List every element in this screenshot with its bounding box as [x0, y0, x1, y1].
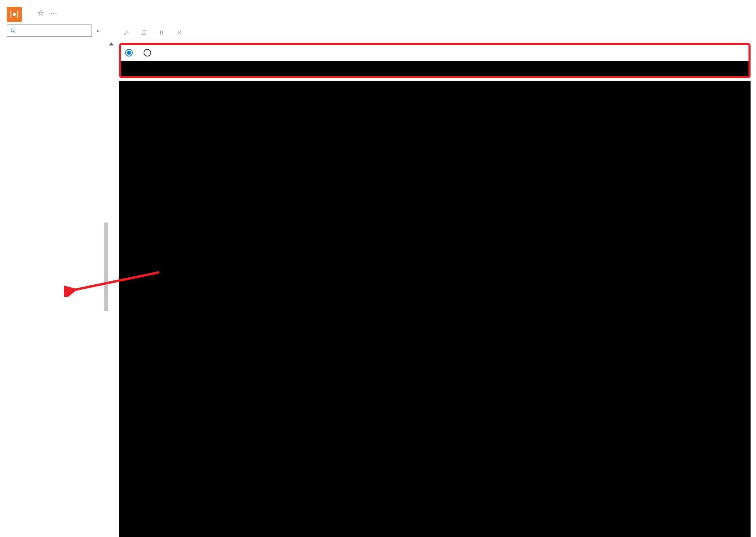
svg-marker-3 [109, 43, 114, 46]
svg-point-0 [13, 13, 16, 16]
svg-line-2 [14, 32, 15, 33]
radio-unchecked-icon [144, 49, 151, 56]
copy-icon [141, 30, 147, 36]
search-icon [11, 28, 15, 33]
favorite-button[interactable]: ☆ [37, 9, 44, 18]
radio-application-logs[interactable] [125, 49, 136, 56]
page-header: ☆ ··· [0, 0, 756, 25]
log-output [121, 61, 749, 76]
radio-web-server-logs[interactable] [144, 49, 154, 56]
pause-button[interactable] [159, 30, 167, 36]
main-area [108, 25, 756, 537]
sidebar-scrollbar[interactable] [104, 223, 108, 311]
toolbar [119, 25, 751, 41]
more-actions-button[interactable]: ··· [50, 10, 57, 17]
radio-checked-icon [125, 49, 133, 56]
svg-rect-6 [160, 31, 161, 35]
webapp-icon [7, 7, 22, 22]
copy-button[interactable] [141, 30, 150, 36]
sidebar: « [7, 25, 108, 537]
highlight-frame [119, 43, 751, 78]
search-input[interactable] [7, 25, 92, 37]
svg-rect-7 [162, 31, 163, 35]
pause-icon [159, 30, 165, 36]
close-icon [176, 30, 182, 36]
svg-point-1 [11, 29, 14, 32]
collapse-sidebar-button[interactable]: « [97, 27, 100, 34]
log-type-selector [121, 48, 749, 61]
log-console [119, 81, 751, 537]
reconnect-icon [123, 30, 129, 36]
reconnect-button[interactable] [123, 30, 132, 36]
scroll-up-icon[interactable] [108, 41, 114, 47]
clear-button[interactable] [176, 30, 185, 36]
